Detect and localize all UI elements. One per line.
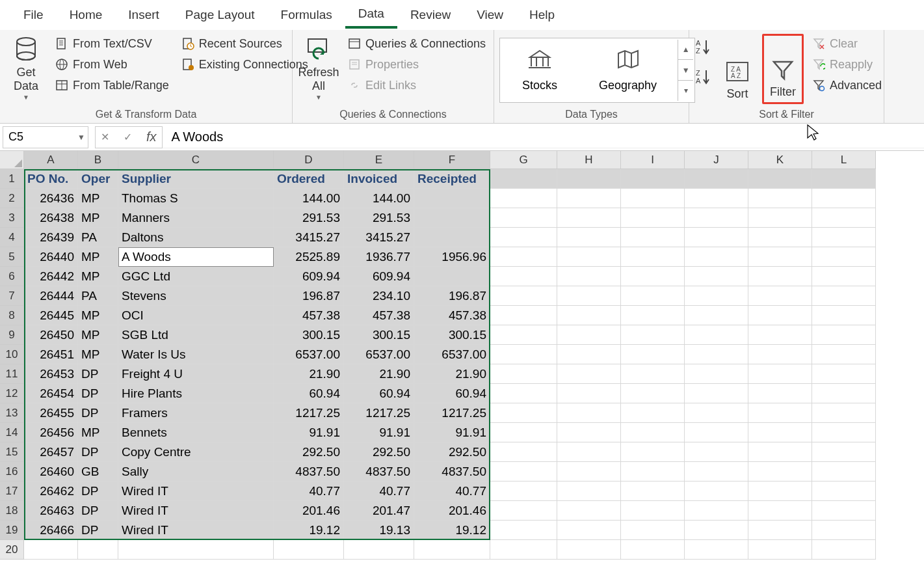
row-header-16[interactable]: 16 — [0, 462, 24, 481]
cell-C11[interactable]: Freight 4 U — [118, 364, 274, 384]
cell-A8[interactable]: 26445 — [24, 306, 78, 325]
stocks-button[interactable]: Stocks — [501, 43, 578, 98]
cell-E4[interactable]: 3415.27 — [344, 228, 414, 247]
row-header-8[interactable]: 8 — [0, 306, 24, 325]
cell-H8[interactable] — [557, 306, 621, 325]
cell-G10[interactable] — [490, 345, 557, 364]
cell-J15[interactable] — [685, 442, 748, 462]
cell-A13[interactable]: 26455 — [24, 403, 78, 423]
cell-J8[interactable] — [685, 306, 748, 325]
from-table-button[interactable]: From Table/Range — [51, 75, 173, 95]
cell-I18[interactable] — [621, 501, 685, 521]
cell-F12[interactable]: 60.94 — [414, 384, 490, 403]
row-header-10[interactable]: 10 — [0, 345, 24, 364]
cell-H18[interactable] — [557, 501, 621, 521]
cell-F5[interactable]: 1956.96 — [414, 247, 490, 267]
cell-C13[interactable]: Framers — [118, 403, 274, 423]
cell-D10[interactable]: 6537.00 — [274, 345, 344, 364]
cell-J12[interactable] — [685, 384, 748, 403]
cell-K18[interactable] — [748, 501, 812, 521]
cell-C15[interactable]: Copy Centre — [118, 442, 274, 462]
cell-F9[interactable]: 300.15 — [414, 325, 490, 345]
cell-G1[interactable] — [490, 169, 557, 189]
cell-D13[interactable]: 1217.25 — [274, 403, 344, 423]
cell-F14[interactable]: 91.91 — [414, 423, 490, 442]
cell-F19[interactable]: 19.12 — [414, 521, 490, 540]
row-header-1[interactable]: 1 — [0, 169, 24, 189]
cell-G6[interactable] — [490, 267, 557, 286]
cell-A7[interactable]: 26444 — [24, 286, 78, 306]
cell-E12[interactable]: 60.94 — [344, 384, 414, 403]
cell-D18[interactable]: 201.46 — [274, 501, 344, 521]
name-box[interactable]: C5 ▼ — [3, 126, 88, 148]
advanced-button[interactable]: Advanced — [808, 75, 886, 95]
cell-A14[interactable]: 26456 — [24, 423, 78, 442]
tab-file[interactable]: File — [10, 3, 57, 27]
cell-E2[interactable]: 144.00 — [344, 189, 414, 208]
tab-data[interactable]: Data — [345, 1, 397, 29]
cell-L5[interactable] — [812, 247, 876, 267]
cell-B14[interactable]: MP — [78, 423, 118, 442]
cell-E9[interactable]: 300.15 — [344, 325, 414, 345]
row-header-19[interactable]: 19 — [0, 521, 24, 540]
sort-button[interactable]: Z AA Z Sort — [717, 34, 758, 104]
cell-D16[interactable]: 4837.50 — [274, 462, 344, 481]
enter-icon[interactable]: ✓ — [124, 131, 132, 143]
cell-K11[interactable] — [748, 364, 812, 384]
cell-D8[interactable]: 457.38 — [274, 306, 344, 325]
cell-A16[interactable]: 26460 — [24, 462, 78, 481]
cell-B16[interactable]: GB — [78, 462, 118, 481]
cell-A6[interactable]: 26442 — [24, 267, 78, 286]
row-header-4[interactable]: 4 — [0, 228, 24, 247]
cell-C9[interactable]: SGB Ltd — [118, 325, 274, 345]
cell-C6[interactable]: GGC Ltd — [118, 267, 274, 286]
cell-B6[interactable]: MP — [78, 267, 118, 286]
row-header-2[interactable]: 2 — [0, 189, 24, 208]
cell-J1[interactable] — [685, 169, 748, 189]
cell-K14[interactable] — [748, 423, 812, 442]
cell-C16[interactable]: Sally — [118, 462, 274, 481]
cell-C19[interactable]: Wired IT — [118, 521, 274, 540]
cell-I13[interactable] — [621, 403, 685, 423]
row-header-7[interactable]: 7 — [0, 286, 24, 306]
cell-E6[interactable]: 609.94 — [344, 267, 414, 286]
cell-C4[interactable]: Daltons — [118, 228, 274, 247]
cell-L11[interactable] — [812, 364, 876, 384]
geography-button[interactable]: Geography — [578, 43, 678, 98]
cell-H3[interactable] — [557, 208, 621, 228]
cell-I15[interactable] — [621, 442, 685, 462]
cell-J5[interactable] — [685, 247, 748, 267]
cell-G15[interactable] — [490, 442, 557, 462]
cell-I20[interactable] — [621, 540, 685, 560]
cell-B2[interactable]: MP — [78, 189, 118, 208]
cell-A18[interactable]: 26463 — [24, 501, 78, 521]
cell-B12[interactable]: DP — [78, 384, 118, 403]
cell-A9[interactable]: 26450 — [24, 325, 78, 345]
cell-K6[interactable] — [748, 267, 812, 286]
cell-F15[interactable]: 292.50 — [414, 442, 490, 462]
cell-B5[interactable]: MP — [78, 247, 118, 267]
cell-D3[interactable]: 291.53 — [274, 208, 344, 228]
cell-L7[interactable] — [812, 286, 876, 306]
cell-H19[interactable] — [557, 521, 621, 540]
tab-insert[interactable]: Insert — [115, 3, 172, 27]
tab-review[interactable]: Review — [397, 3, 464, 27]
tab-home[interactable]: Home — [57, 3, 116, 27]
cell-D20[interactable] — [274, 540, 344, 560]
cell-A10[interactable]: 26451 — [24, 345, 78, 364]
cell-G5[interactable] — [490, 247, 557, 267]
cell-H7[interactable] — [557, 286, 621, 306]
row-header-15[interactable]: 15 — [0, 442, 24, 462]
cell-B4[interactable]: PA — [78, 228, 118, 247]
cell-L15[interactable] — [812, 442, 876, 462]
cell-K9[interactable] — [748, 325, 812, 345]
cell-K13[interactable] — [748, 403, 812, 423]
row-header-18[interactable]: 18 — [0, 501, 24, 521]
cell-F17[interactable]: 40.77 — [414, 481, 490, 501]
cell-B11[interactable]: DP — [78, 364, 118, 384]
cell-L4[interactable] — [812, 228, 876, 247]
cell-K16[interactable] — [748, 462, 812, 481]
cell-A17[interactable]: 26462 — [24, 481, 78, 501]
cell-E19[interactable]: 19.13 — [344, 521, 414, 540]
cell-H13[interactable] — [557, 403, 621, 423]
